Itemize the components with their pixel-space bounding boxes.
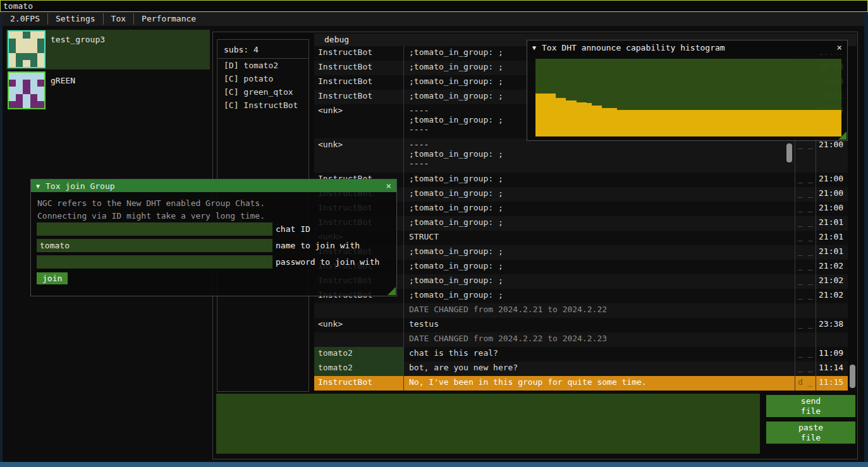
chat-sender: InstructBot — [314, 61, 404, 75]
member-list: [D] tomato2[C] potato[C] green_qtox[C] I… — [217, 59, 309, 112]
desktop-taskbar-edge — [0, 462, 868, 467]
chat-receipt-marks: _ _ — [795, 173, 816, 187]
chat-receipt-marks: _ _ — [795, 187, 816, 202]
chat-timestamp: 11:09 — [816, 347, 848, 361]
histogram-bar — [729, 110, 734, 136]
avatar-pixel — [9, 32, 16, 39]
histogram-window-title: Tox DHT announce capability histogram — [542, 43, 725, 52]
chat-timestamp: 21:00 — [816, 173, 848, 187]
chat-message: DATE CHANGED from 2024.2.21 to 2024.2.22 — [404, 303, 795, 318]
resize-handle[interactable] — [388, 287, 396, 295]
member-item[interactable]: [C] InstructBot — [217, 99, 309, 112]
avatar-pixel — [9, 45, 16, 52]
histogram-bar — [714, 110, 719, 136]
histogram-bar — [755, 110, 760, 136]
chat-timestamp: 21:00 — [816, 202, 848, 216]
histogram-bar — [745, 110, 750, 136]
histogram-bar — [760, 110, 765, 136]
join-password-input[interactable] — [37, 255, 272, 269]
histogram-bar — [724, 110, 729, 136]
avatar-pixel — [23, 87, 30, 94]
histogram-bar — [587, 103, 592, 136]
chat-receipt-marks: _ _ — [795, 318, 816, 332]
chat-message: ;tomato_in_group: ; — [404, 260, 795, 274]
avatar-pixel — [9, 94, 16, 101]
chat-id-input[interactable] — [37, 222, 272, 236]
group-avatar — [8, 71, 46, 109]
chat-timestamp: 21:02 — [816, 289, 848, 303]
chat-row[interactable]: tomato2chat is this real?_ _11:09 — [314, 347, 848, 361]
join-button[interactable]: join — [37, 272, 68, 284]
send-file-button[interactable]: send file — [766, 395, 855, 417]
histogram-bar — [780, 110, 785, 136]
chat-timestamp: 23:38 — [816, 318, 848, 332]
message-scrollbar[interactable] — [786, 143, 792, 162]
member-item[interactable]: [C] green_qtox — [217, 85, 309, 99]
collapse-arrow-icon[interactable]: ▼ — [36, 183, 40, 190]
histogram-bar — [795, 110, 800, 136]
histogram-bar — [571, 100, 576, 136]
group-item-test_group3[interactable]: test_group3 — [6, 30, 210, 70]
histogram-bar — [556, 98, 561, 137]
close-icon[interactable]: × — [386, 181, 391, 191]
join-name-input[interactable] — [37, 239, 272, 252]
resize-handle[interactable] — [838, 131, 847, 140]
member-item[interactable]: [C] potato — [217, 72, 309, 85]
chat-row[interactable]: tomato2bot, are you new here?_ _11:14 — [314, 361, 848, 376]
histogram-bar — [688, 110, 694, 136]
avatar-pixel — [37, 87, 44, 94]
histogram-bar — [668, 110, 673, 136]
chat-receipt-marks: _ _ — [795, 260, 816, 274]
members-header: subs: 4 — [217, 40, 309, 59]
avatar-pixel — [16, 73, 23, 80]
menu-item-tox[interactable]: Tox — [104, 12, 133, 26]
join-dialog-titlebar[interactable]: ▼ Tox join Group × — [31, 179, 396, 192]
group-item-gREEN[interactable]: gREEN — [6, 71, 210, 111]
histogram-window: ▼ Tox DHT announce capability histogram … — [527, 40, 848, 141]
histogram-bar — [683, 110, 688, 136]
histogram-bar — [652, 110, 657, 136]
chat-row[interactable]: DATE CHANGED from 2024.2.21 to 2024.2.22 — [314, 303, 848, 318]
menu-item-performance[interactable]: Performance — [134, 12, 204, 26]
chat-timestamp: 11:15 — [816, 376, 848, 391]
histogram-bar — [551, 94, 556, 136]
message-input[interactable] — [216, 394, 760, 454]
chat-row[interactable]: <unk>---- ;tomato_in_group: ; ----_ _21:… — [314, 138, 848, 173]
histogram-bar — [612, 108, 617, 137]
member-item[interactable]: [D] tomato2 — [217, 59, 309, 72]
chat-message: ---- ;tomato_in_group: ; ---- — [404, 138, 795, 173]
avatar-pixel — [30, 60, 37, 67]
chat-row[interactable]: <unk>testus_ _23:38 — [314, 318, 848, 332]
chat-row[interactable]: DATE CHANGED from 2024.2.22 to 2024.2.23 — [314, 332, 848, 347]
group-name: test_group3 — [51, 35, 105, 44]
avatar-pixel — [16, 39, 23, 45]
chat-receipt-marks: _ _ — [795, 231, 816, 245]
avatar-pixel — [9, 80, 16, 87]
chat-row[interactable]: InstructBotNo, I've been in this group f… — [314, 376, 848, 391]
chat-timestamp: 21:00 — [816, 138, 848, 173]
collapse-arrow-icon[interactable]: ▼ — [532, 44, 536, 51]
histogram-window-titlebar[interactable]: ▼ Tox DHT announce capability histogram … — [527, 40, 847, 54]
histogram-bar — [541, 94, 546, 136]
chat-receipt-marks: d _ — [795, 376, 816, 391]
histogram-bar — [658, 110, 663, 136]
histogram-bar — [800, 110, 805, 136]
histogram-bar — [561, 98, 566, 137]
dht-capability-histogram — [535, 59, 841, 136]
avatar-pixel — [30, 73, 37, 80]
histogram-bar — [663, 110, 668, 136]
close-icon[interactable]: × — [837, 42, 842, 52]
chat-timestamp: 21:01 — [816, 231, 848, 245]
histogram-bar — [642, 110, 647, 136]
histogram-bar — [750, 110, 755, 136]
histogram-bar — [602, 108, 607, 137]
chat-timestamp: 21:01 — [816, 216, 848, 231]
chat-scrollbar[interactable] — [850, 365, 855, 388]
avatar-pixel — [16, 80, 23, 87]
histogram-bar — [734, 110, 739, 136]
histogram-bar — [627, 110, 632, 136]
menu-item-settings[interactable]: Settings — [48, 12, 103, 26]
paste-file-button[interactable]: paste file — [766, 422, 855, 444]
join-dialog-description: NGC refers to the New DHT enabled Group … — [31, 192, 396, 222]
avatar-pixel — [9, 87, 16, 94]
